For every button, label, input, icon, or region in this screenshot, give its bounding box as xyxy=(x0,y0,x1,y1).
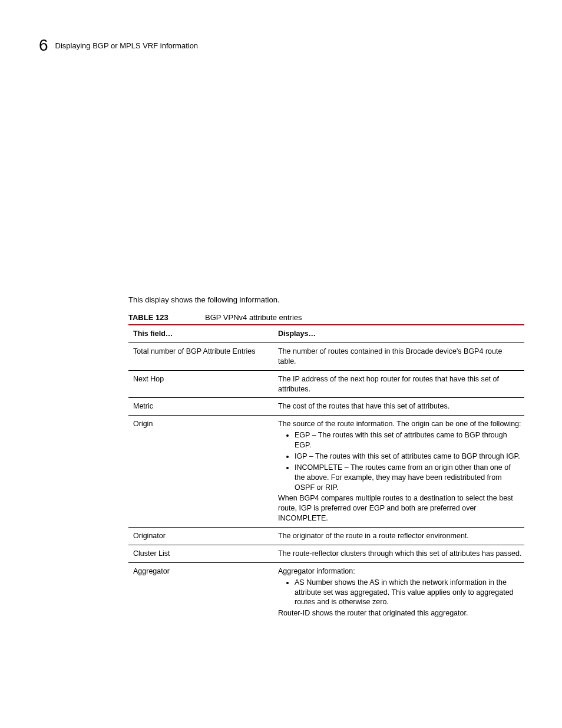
aggregator-bullets: AS Number shows the AS in which the netw… xyxy=(278,578,522,608)
bullet: INCOMPLETE – The routes came from an ori… xyxy=(295,463,522,493)
page-body: This display shows the following informa… xyxy=(128,295,524,622)
cell-field: Cluster List xyxy=(128,545,273,562)
cell-displays: The cost of the routes that have this se… xyxy=(273,398,524,416)
table-number: TABLE 123 xyxy=(128,312,205,323)
cell-displays: The source of the route information. The… xyxy=(273,416,524,528)
page-title: Displaying BGP or MPLS VRF information xyxy=(55,41,199,51)
attribute-table: This field… Displays… Total number of BG… xyxy=(128,325,524,622)
table-row: Originator The originator of the route i… xyxy=(128,528,524,545)
table-row: Metric The cost of the routes that have … xyxy=(128,398,524,416)
table-row: Origin The source of the route informati… xyxy=(128,416,524,528)
cell-displays: The originator of the route in a route r… xyxy=(273,528,524,545)
table-header-row: This field… Displays… xyxy=(128,325,524,342)
aggregator-pre: Aggregator information: xyxy=(278,566,522,577)
bullet: AS Number shows the AS in which the netw… xyxy=(295,578,522,608)
aggregator-post: Router-ID shows the router that originat… xyxy=(278,608,522,618)
table-title: BGP VPNv4 attribute entries xyxy=(205,312,302,323)
origin-pre: The source of the route information. The… xyxy=(278,419,522,429)
header-field: This field… xyxy=(128,325,273,342)
table-caption: TABLE 123 BGP VPNv4 attribute entries xyxy=(128,312,524,323)
cell-field: Origin xyxy=(128,416,273,528)
page-header: 6 Displaying BGP or MPLS VRF information xyxy=(39,34,523,57)
cell-field: Total number of BGP Attribute Entries xyxy=(128,342,273,370)
table-row: Cluster List The route-reflector cluster… xyxy=(128,545,524,562)
origin-post: When BGP4 compares multiple routes to a … xyxy=(278,493,522,523)
cell-field: Aggregator xyxy=(128,562,273,622)
cell-displays: The IP address of the next hop router fo… xyxy=(273,370,524,398)
bullet: EGP – The routes with this set of attrib… xyxy=(295,430,522,450)
cell-displays: Aggregator information: AS Number shows … xyxy=(273,562,524,622)
cell-displays: The route-reflector clusters through whi… xyxy=(273,545,524,562)
origin-bullets: EGP – The routes with this set of attrib… xyxy=(278,430,522,492)
table-row: Next Hop The IP address of the next hop … xyxy=(128,370,524,398)
cell-field: Next Hop xyxy=(128,370,273,398)
page: 6 Displaying BGP or MPLS VRF information… xyxy=(0,0,562,728)
cell-displays: The number of routes contained in this B… xyxy=(273,342,524,370)
table-row: Aggregator Aggregator information: AS Nu… xyxy=(128,562,524,622)
table-row: Total number of BGP Attribute Entries Th… xyxy=(128,342,524,370)
intro-text: This display shows the following informa… xyxy=(128,295,524,305)
chapter-number: 6 xyxy=(39,34,48,57)
cell-field: Metric xyxy=(128,398,273,416)
bullet: IGP – The routes with this set of attrib… xyxy=(295,452,522,462)
cell-field: Originator xyxy=(128,528,273,545)
header-displays: Displays… xyxy=(273,325,524,342)
